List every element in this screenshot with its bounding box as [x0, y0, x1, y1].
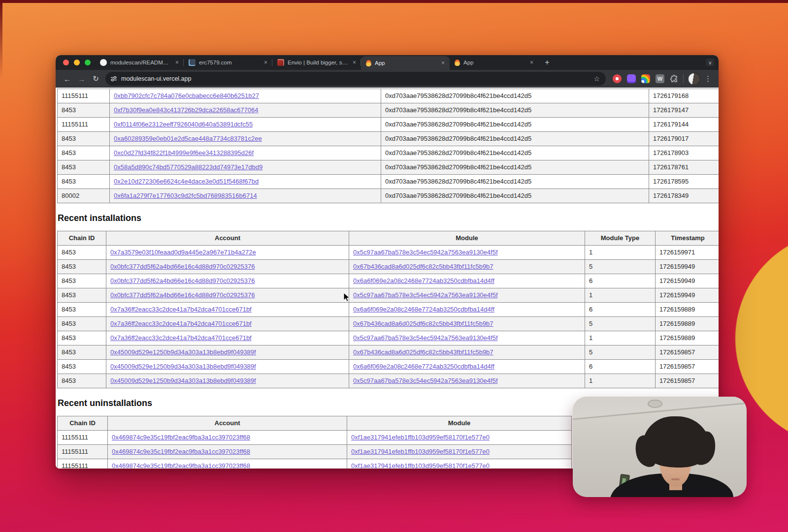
toolbar-divider — [683, 74, 684, 83]
cell-module: 0x5c97aa67ba578e3c54ec5942a7563ea9130e4f… — [349, 374, 585, 388]
account-link[interactable]: 0x45009d529e1250b9d34a303a13b8ebd9f04938… — [110, 348, 256, 356]
module-link[interactable]: 0x67b436cad8a6d025df6c82c5bb43fbf11fc5b9… — [353, 348, 493, 356]
cell-chain-id: 8453 — [58, 317, 106, 331]
mouse-cursor — [343, 292, 350, 302]
account-link[interactable]: 0xf0114f06e2312eeff7926040d640a53891dcfc… — [114, 121, 253, 128]
cell-chain-id: 11155111 — [58, 118, 110, 132]
account-link[interactable]: 0xc0d27fd34f822f1b4999e9f6ee3413288395d2… — [114, 149, 254, 156]
reload-button[interactable]: ↻ — [89, 72, 102, 86]
cell-timestamp: 1726179017 — [649, 132, 719, 146]
cell-account: 0x58a5d890c74bd5770529a88223dd74973e17db… — [110, 160, 381, 175]
cell-module: 0x67b436cad8a6d025df6c82c5bb43fbf11fc5b9… — [349, 260, 585, 274]
account-link[interactable]: 0x469874c9e35c19fbf2eac9fba3a1cc397023ff… — [112, 434, 250, 441]
cell-timestamp: 1726159857 — [656, 360, 719, 374]
cell-module: 0xd703aae79538628d27099b8c4f621be4ccd142… — [381, 118, 649, 132]
tab-app[interactable]: App× — [361, 56, 450, 70]
tab-close-icon[interactable]: × — [440, 60, 446, 66]
webcam-overlay — [573, 397, 747, 497]
minimize-button[interactable] — [74, 60, 80, 65]
chevron-down-icon[interactable]: ∨ — [706, 59, 715, 66]
table-row: 800020x6fa1a279f7e177603c9d2fc5bd7689835… — [58, 189, 719, 203]
cell-account: 0x469874c9e35c19fbf2eac9fba3a1cc397023ff… — [108, 431, 347, 445]
site-info-icon[interactable] — [110, 75, 117, 82]
account-link[interactable]: 0x7a3579e03f10feaad0d9a445e2a967e71b4a27… — [110, 249, 256, 256]
browser-menu-icon[interactable]: ⋮ — [703, 74, 714, 83]
module-link[interactable]: 0x5c97aa67ba578e3c54ec5942a7563ea9130e4f… — [353, 334, 498, 342]
account-link[interactable]: 0x469874c9e35c19fbf2eac9fba3a1cc397023ff… — [112, 448, 250, 455]
column-header-timestamp: Timestamp — [656, 231, 719, 246]
bookmark-star-icon[interactable]: ☆ — [593, 75, 601, 83]
tab-close-icon[interactable]: × — [263, 59, 268, 66]
module-link[interactable]: 0x6a6f069e2a08c2468e7724ab3250cdbfba14d4… — [353, 277, 494, 284]
w-extension-icon[interactable]: W — [656, 74, 664, 83]
table-row: 111551110x469874c9e35c19fbf2eac9fba3a1cc… — [58, 445, 572, 459]
tab-close-icon[interactable]: × — [352, 59, 357, 66]
module-link[interactable]: 0xf1ae317941efeb1ffb103d959ef58170f1e577… — [351, 448, 490, 455]
extensions-puzzle-icon[interactable] — [670, 74, 679, 83]
cell-module-type: 5 — [585, 260, 656, 274]
zoom-button[interactable] — [85, 60, 91, 65]
cell-timestamp: 1726178761 — [649, 160, 719, 175]
account-link[interactable]: 0x469874c9e35c19fbf2eac9fba3a1cc397023ff… — [112, 462, 250, 469]
url-text[interactable]: modulescan-ui.vercel.app — [121, 75, 590, 82]
module-link[interactable]: 0x6a6f069e2a08c2468e7724ab3250cdbfba14d4… — [353, 363, 494, 370]
back-button[interactable]: ← — [61, 72, 74, 86]
cell-timestamp: 1726159857 — [656, 345, 719, 360]
account-link[interactable]: 0x45009d529e1250b9d34a303a13b8ebd9f04938… — [110, 363, 256, 370]
module-link[interactable]: 0xf1ae317941efeb1ffb103d959ef58170f1e577… — [351, 434, 490, 441]
module-link[interactable]: 0x6a6f069e2a08c2468e7724ab3250cdbfba14d4… — [353, 306, 494, 313]
tab-title: App — [375, 60, 437, 66]
account-link[interactable]: 0x0bfc377dd5f62a4bd66e16c4d88d970c029253… — [110, 291, 255, 299]
cell-chain-id: 11155111 — [58, 89, 110, 103]
account-link[interactable]: 0x7a36ff2eacc33c2dce41a7b42dca4701cce671… — [110, 320, 252, 327]
tab-envio-build-bigger-ship-fast[interactable]: Envio | Build bigger, ship fast× — [272, 55, 361, 70]
tab-modulescan-readme-md-at[interactable]: modulescan/README.md at × — [95, 55, 184, 70]
tab-close-icon[interactable]: × — [174, 59, 180, 66]
table-row: 111551110xbb7902cfc7c784a076e0cbabecc6e8… — [58, 89, 719, 103]
column-header-module: Module — [349, 231, 585, 246]
module-link[interactable]: 0x5c97aa67ba578e3c54ec5942a7563ea9130e4f… — [353, 291, 498, 299]
cell-module-type: 1 — [585, 288, 656, 303]
rainbow-wallet-icon[interactable] — [641, 74, 650, 83]
tab-erc7579-com[interactable]: erc7579.com× — [184, 55, 272, 70]
table-row: 84530x45009d529e1250b9d34a303a13b8ebd9f0… — [58, 360, 719, 374]
table-row: 84530xa60289359e0eb01e2d5cae448a7734c837… — [58, 132, 719, 146]
account-link[interactable]: 0x6fa1a279f7e177603c9d2fc5bd768983516b67… — [114, 192, 257, 199]
cell-account: 0x0bfc377dd5f62a4bd66e16c4d88d970c029253… — [106, 288, 349, 303]
purple-wallet-icon[interactable] — [627, 74, 636, 83]
cell-account: 0x0bfc377dd5f62a4bd66e16c4d88d970c029253… — [106, 260, 349, 274]
account-link[interactable]: 0x0bfc377dd5f62a4bd66e16c4d88d970c029253… — [110, 263, 255, 270]
account-link[interactable]: 0xf7b30f9ea0e843c413726b29dca22658ac6770… — [114, 106, 259, 114]
account-link[interactable]: 0x2e10d272306e6624c4e4dace3e0d51f5468f67… — [114, 178, 259, 185]
tab-app[interactable]: App× — [450, 55, 538, 70]
recent-installations-table: Chain IDAccountModuleModule TypeTimestam… — [57, 231, 719, 388]
cell-chain-id: 8453 — [58, 303, 106, 317]
profile-avatar[interactable] — [688, 73, 700, 85]
new-tab-button[interactable]: + — [541, 57, 553, 68]
module-link[interactable]: 0x67b436cad8a6d025df6c82c5bb43fbf11fc5b9… — [353, 263, 493, 270]
forward-button[interactable]: → — [75, 72, 88, 86]
account-link[interactable]: 0xbb7902cfc7c784a076e0cbabecc6e840b6251b… — [114, 92, 259, 99]
account-link[interactable]: 0x45009d529e1250b9d34a303a13b8ebd9f04938… — [110, 377, 256, 384]
account-link[interactable]: 0x7a36ff2eacc33c2dce41a7b42dca4701cce671… — [110, 334, 252, 342]
tab-title: Envio | Build bigger, ship fast — [288, 60, 348, 65]
cell-module: 0xd703aae79538628d27099b8c4f621be4ccd142… — [381, 89, 649, 103]
module-link[interactable]: 0x5c97aa67ba578e3c54ec5942a7563ea9130e4f… — [353, 377, 498, 384]
cell-module: 0x5c97aa67ba578e3c54ec5942a7563ea9130e4f… — [349, 288, 585, 303]
adblock-icon[interactable] — [613, 74, 622, 83]
account-link[interactable]: 0x58a5d890c74bd5770529a88223dd74973e17db… — [114, 163, 263, 171]
cell-module: 0xd703aae79538628d27099b8c4f621be4ccd142… — [381, 132, 649, 146]
cell-module: 0xf1ae317941efeb1ffb103d959ef58170f1e577… — [347, 431, 572, 445]
account-link[interactable]: 0x0bfc377dd5f62a4bd66e16c4d88d970c029253… — [110, 277, 255, 284]
account-link[interactable]: 0x7a36ff2eacc33c2dce41a7b42dca4701cce671… — [110, 306, 252, 313]
screen-edge-top — [0, 0, 788, 3]
account-link[interactable]: 0xa60289359e0eb01e2d5cae448a7734c83781c2… — [114, 135, 262, 142]
address-bar[interactable]: modulescan-ui.vercel.app ☆ — [105, 72, 606, 86]
module-link[interactable]: 0x5c97aa67ba578e3c54ec5942a7563ea9130e4f… — [353, 249, 498, 256]
cell-module: 0x67b436cad8a6d025df6c82c5bb43fbf11fc5b9… — [349, 317, 585, 331]
module-link[interactable]: 0x67b436cad8a6d025df6c82c5bb43fbf11fc5b9… — [353, 320, 493, 327]
module-link[interactable]: 0xf1ae317941efeb1ffb103d959ef58170f1e577… — [351, 462, 490, 469]
tab-close-icon[interactable]: × — [529, 59, 534, 66]
close-button[interactable] — [63, 60, 69, 65]
table-row: 84530x7a3579e03f10feaad0d9a445e2a967e71b… — [58, 246, 719, 260]
